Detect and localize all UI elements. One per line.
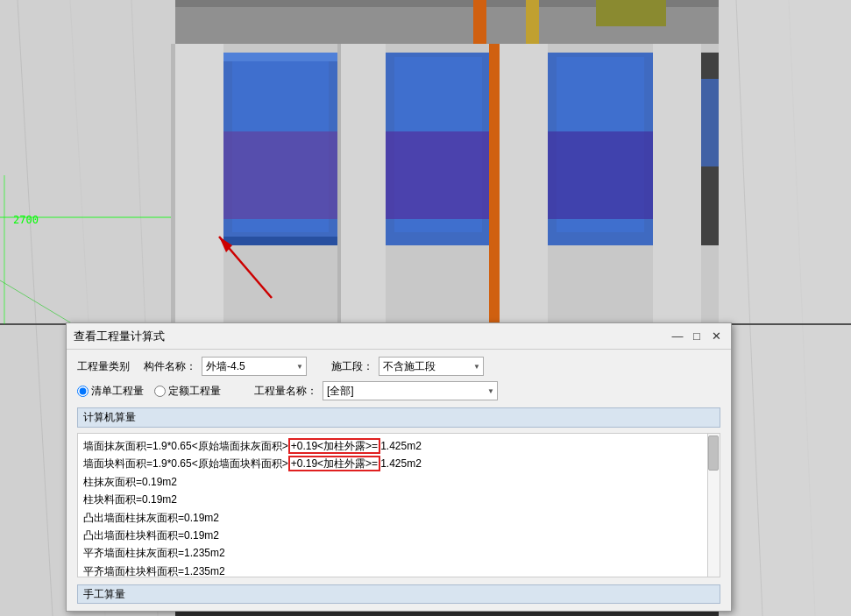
form-row-2: 清单工程量 定额工程量 工程量名称： [全部] [77, 381, 720, 400]
svg-rect-9 [719, 0, 851, 616]
close-button[interactable]: ✕ [708, 329, 724, 344]
svg-rect-38 [596, 0, 666, 26]
calc-line-1: 墙面抹灰面积=1.9*0.65<原始墙面抹灰面积>+0.19<加柱外露>=1.4… [83, 437, 714, 455]
calc-line-6: 凸出墙面柱块料面积=0.19m2 [83, 527, 714, 544]
manual-header: 手工算量 [77, 584, 720, 604]
minimize-button[interactable]: — [670, 329, 685, 344]
component-name-select[interactable]: 外墙-4.5 [202, 357, 307, 376]
scrollbar[interactable] [707, 434, 720, 577]
svg-rect-25 [489, 0, 500, 324]
svg-rect-20 [337, 44, 386, 324]
radio-qingdan-input[interactable] [77, 386, 89, 397]
svg-rect-29 [548, 131, 653, 219]
svg-rect-26 [500, 44, 548, 324]
svg-rect-17 [223, 53, 337, 61]
quantity-name-label: 工程量名称： [254, 384, 317, 399]
maximize-button[interactable]: □ [689, 329, 705, 344]
svg-rect-18 [223, 237, 337, 245]
component-name-label: 构件名称： [144, 359, 196, 374]
dialog-content: 工程量类别 构件名称： 外墙-4.5 施工段： 不含施工段 [67, 350, 731, 611]
svg-rect-13 [171, 44, 223, 324]
radio-group: 清单工程量 定额工程量 [77, 384, 221, 399]
form-row-1: 工程量类别 构件名称： 外墙-4.5 施工段： 不含施工段 [77, 357, 720, 376]
construction-stage-select[interactable]: 不含施工段 [379, 357, 484, 376]
component-name-select-wrapper: 外墙-4.5 [202, 357, 307, 376]
svg-rect-30 [653, 44, 701, 324]
construction-stage-label: 施工段： [331, 359, 373, 374]
svg-rect-14 [171, 44, 175, 324]
svg-rect-36 [473, 0, 486, 44]
radio-ding'e[interactable]: 定额工程量 [154, 384, 221, 399]
titlebar-controls: — □ ✕ [670, 329, 724, 344]
dialog-titlebar: 查看工程量计算式 — □ ✕ [67, 323, 731, 350]
calc-line-7: 平齐墙面柱抹灰面积=1.235m2 [83, 544, 714, 562]
calc-line-5: 凸出墙面柱抹灰面积=0.19m2 [83, 509, 714, 527]
calc-machine-header: 计算机算量 [77, 407, 720, 428]
dialog-window: 查看工程量计算式 — □ ✕ 工程量类别 构件名称： 外墙-4.5 施工段： [66, 322, 732, 612]
radio-qingdan-label: 清单工程量 [91, 384, 144, 399]
component-type-label: 工程量类别 [77, 359, 130, 374]
svg-rect-21 [337, 44, 341, 324]
construction-stage-select-wrapper: 不含施工段 [379, 357, 484, 376]
dialog-title: 查看工程量计算式 [74, 329, 165, 344]
quantity-name-select[interactable]: [全部] [323, 381, 498, 400]
highlight-box-2: +0.19<加柱外露>= [288, 456, 380, 471]
radio-qingdan[interactable]: 清单工程量 [77, 384, 144, 399]
calc-line-2: 墙面块料面积=1.9*0.65<原始墙面块料面积>+0.19<加柱外露>=1.4… [83, 455, 714, 472]
quantity-name-select-wrapper: [全部] [323, 381, 498, 400]
svg-rect-19 [223, 131, 337, 219]
svg-text:2700: 2700 [13, 214, 39, 226]
radio-ding'e-label: 定额工程量 [168, 384, 221, 399]
radio-ding'e-input[interactable] [154, 386, 166, 397]
calc-line-3: 柱抹灰面积=0.19m2 [83, 473, 714, 491]
scroll-thumb[interactable] [708, 435, 719, 471]
svg-rect-32 [701, 79, 719, 166]
calc-line-4: 柱块料面积=0.19m2 [83, 491, 714, 508]
svg-rect-24 [386, 131, 491, 219]
calc-line-8: 平齐墙面柱块料面积=1.235m2 [83, 563, 714, 577]
svg-rect-37 [526, 0, 539, 44]
highlight-box-1: +0.19<加柱外露>= [288, 438, 380, 454]
calc-area[interactable]: 墙面抹灰面积=1.9*0.65<原始墙面抹灰面积>+0.19<加柱外露>=1.4… [77, 433, 720, 577]
